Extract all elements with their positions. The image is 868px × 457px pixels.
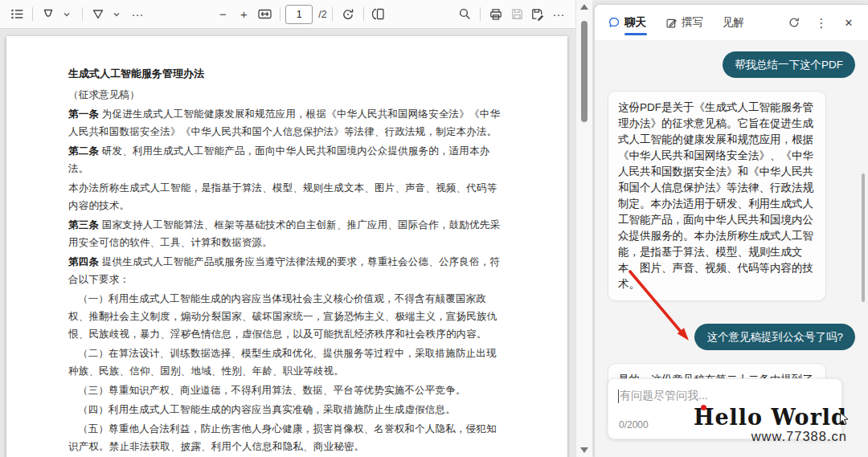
active-tab-underline <box>624 33 647 35</box>
toolbar-divider <box>480 7 481 21</box>
assistant-message: 这份PDF是关于《生成式人工智能服务管理办法》的征求意见稿。它旨在促进生成式人工… <box>608 91 855 301</box>
pdf-page: 生成式人工智能服务管理办法 （征求意见稿） 第一条 为促进生成式人工智能健康发展… <box>6 36 567 457</box>
toolbar-more-icon[interactable]: ··· <box>548 4 569 25</box>
close-icon[interactable]: ✕ <box>841 14 857 31</box>
pdf-scrollbar-thumb[interactable] <box>581 21 588 122</box>
more-vertical-icon[interactable]: ⋮ <box>813 14 829 31</box>
document-paragraph: （三）尊重知识产权、商业道德，不得利用算法、数据、平台等优势实施不公平竞争。 <box>68 382 502 399</box>
highlight-chevron-down-icon[interactable] <box>56 4 77 25</box>
tab-insights-label: 见解 <box>723 15 744 30</box>
draw-chevron-down-icon[interactable] <box>106 4 127 25</box>
document-paragraph: 第三条 国家支持人工智能算法、框架等基础技术的自主创新、推广应用、国际合作，鼓励… <box>68 216 502 251</box>
document-paragraphs: 第一条 为促进生成式人工智能健康发展和规范应用，根据《中华人民共和国网络安全法》… <box>68 105 502 457</box>
user-message: 帮我总结一下这个PDF <box>608 51 855 78</box>
tab-compose-label: 撰写 <box>682 15 703 30</box>
page-view-icon[interactable] <box>369 4 390 25</box>
tab-chat[interactable]: 聊天 <box>608 5 646 40</box>
message-bubble: 帮我总结一下这个PDF <box>723 51 855 78</box>
save-as-icon[interactable] <box>527 4 548 25</box>
chat-input-placeholder: 有问题尽管问我... <box>620 389 708 403</box>
document-content: 生成式人工智能服务管理办法 （征求意见稿） 第一条 为促进生成式人工智能健康发展… <box>6 36 567 457</box>
toolbar-divider <box>32 7 33 21</box>
chat-input-placeholder-row: 有问题尽管问我... <box>618 389 708 403</box>
toolbar-divider <box>332 7 333 21</box>
print-icon[interactable] <box>485 4 506 25</box>
chat-sidebar: 聊天 撰写 见解 <box>592 0 868 457</box>
message-bubble: 这份PDF是关于《生成式人工智能服务管理办法》的征求意见稿。它旨在促进生成式人工… <box>608 91 826 301</box>
zoom-out-icon[interactable]: − <box>212 4 233 25</box>
toolbar-divider <box>280 7 280 21</box>
search-icon[interactable] <box>454 4 475 25</box>
document-paragraph: （二）在算法设计、训练数据选择、模型生成和优化、提供服务等过程中，采取措施防止出… <box>68 345 502 380</box>
pdf-viewer-window: ··· − + /2 <box>0 0 868 457</box>
tab-chat-label: 聊天 <box>624 15 646 30</box>
text-caret <box>618 390 619 403</box>
scroll-up-icon[interactable] <box>580 4 588 10</box>
pdf-scrollbar[interactable] <box>575 0 592 457</box>
refresh-icon[interactable] <box>786 14 802 31</box>
character-counter: 0/2000 <box>619 419 649 430</box>
fit-to-width-icon[interactable] <box>254 4 275 25</box>
pdf-toolbar: ··· − + /2 <box>0 0 575 29</box>
rotate-icon[interactable] <box>338 4 358 25</box>
page-count-label: /2 <box>318 9 326 20</box>
document-paragraph: 本办法所称生成式人工智能，是指基于算法、模型、规则生成文本、图片、声音、视频、代… <box>68 179 502 214</box>
chat-header: 聊天 撰写 见解 <box>595 5 868 40</box>
compose-icon <box>665 17 678 29</box>
table-of-contents-icon[interactable] <box>6 4 27 25</box>
toolbar-divider <box>82 7 83 21</box>
tab-insights[interactable]: 见解 <box>723 5 744 40</box>
pdf-canvas: 生成式人工智能服务管理办法 （征求意见稿） 第一条 为促进生成式人工智能健康发展… <box>0 30 575 457</box>
document-paragraph: （一）利用生成式人工智能生成的内容应当体现社会主义核心价值观，不得含有颠覆国家政… <box>68 290 502 343</box>
zoom-in-icon[interactable]: + <box>233 4 254 25</box>
chat-header-actions: ⋮ ✕ <box>786 14 857 31</box>
scroll-down-icon[interactable] <box>580 447 588 453</box>
page-number-input[interactable] <box>285 5 313 24</box>
chat-messages: 帮我总结一下这个PDF这份PDF是关于《生成式人工智能服务管理办法》的征求意见稿… <box>608 51 855 429</box>
tab-compose[interactable]: 撰写 <box>665 5 703 40</box>
user-message: 这个意见稿提到公众号了吗? <box>608 324 855 350</box>
toolbar-divider <box>363 7 364 21</box>
document-paragraph: 第一条 为促进生成式人工智能健康发展和规范应用，根据《中华人民共和国网络安全法》… <box>68 105 502 141</box>
save-icon <box>506 4 527 25</box>
chat-panel: 聊天 撰写 见解 <box>594 4 868 457</box>
document-subtitle: （征求意见稿） <box>68 86 502 104</box>
annotation-more-icon[interactable]: ··· <box>127 4 148 25</box>
message-bubble: 这个意见稿提到公众号了吗? <box>694 324 855 350</box>
chat-bubble-icon <box>608 16 620 29</box>
document-paragraph: 第二条 研发、利用生成式人工智能产品，面向中华人民共和国境内公众提供服务的，适用… <box>68 142 502 177</box>
chat-scrollbar-thumb[interactable] <box>862 173 865 302</box>
chat-input[interactable]: 有问题尽管问我... 0/2000 <box>608 378 842 439</box>
document-paragraph: （五）尊重他人合法利益，防止伤害他人身心健康，损害肖像权、名誉权和个人隐私，侵犯… <box>68 420 502 455</box>
document-paragraph: （四）利用生成式人工智能生成的内容应当真实准确，采取措施防止生成虚假信息。 <box>68 401 502 418</box>
document-paragraph: 第四条 提供生成式人工智能产品或服务应当遵守法律法规的要求，尊重社会公德、公序良… <box>68 253 502 288</box>
document-title: 生成式人工智能服务管理办法 <box>68 65 502 83</box>
chat-message-list: 帮我总结一下这个PDF这份PDF是关于《生成式人工智能服务管理办法》的征求意见稿… <box>595 40 868 457</box>
